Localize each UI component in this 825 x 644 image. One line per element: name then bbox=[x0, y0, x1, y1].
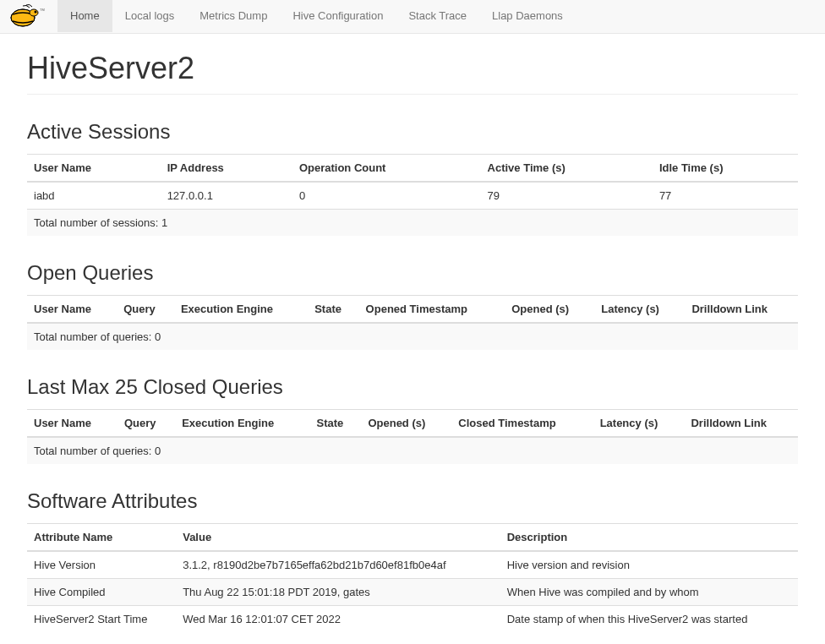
summary-text: Total number of queries: 0 bbox=[27, 437, 798, 464]
navbar: TM Home Local logs Metrics Dump Hive Con… bbox=[0, 0, 825, 34]
cell-attr-value: Thu Aug 22 15:01:18 PDT 2019, gates bbox=[176, 579, 500, 606]
th-opened-s: Opened (s) bbox=[361, 410, 451, 438]
th-attribute-name: Attribute Name bbox=[27, 524, 176, 552]
th-operation-count: Operation Count bbox=[292, 155, 481, 183]
section-software-attributes: Software Attributes Attribute Name Value… bbox=[27, 489, 798, 632]
th-latency-s: Latency (s) bbox=[594, 296, 685, 324]
th-idle-time: Idle Time (s) bbox=[653, 155, 798, 183]
cell-attr-name: Hive Compiled bbox=[27, 579, 176, 606]
th-execution-engine: Execution Engine bbox=[174, 296, 308, 324]
cell-attr-desc: Hive version and revision bbox=[500, 551, 798, 579]
section-title: Last Max 25 Closed Queries bbox=[27, 375, 798, 399]
nav-item-local-logs[interactable]: Local logs bbox=[112, 0, 188, 33]
summary-row: Total number of queries: 0 bbox=[27, 437, 798, 464]
section-active-sessions: Active Sessions User Name IP Address Ope… bbox=[27, 120, 798, 236]
th-query: Query bbox=[117, 410, 175, 438]
cell-active-time: 79 bbox=[481, 182, 653, 210]
th-state: State bbox=[310, 410, 362, 438]
cell-user: iabd bbox=[27, 182, 161, 210]
th-opened-s: Opened (s) bbox=[505, 296, 594, 324]
hive-logo-icon: TM bbox=[4, 3, 45, 31]
nav-item-llap-daemons[interactable]: Llap Daemons bbox=[479, 0, 576, 33]
cell-attr-desc: Date stamp of when this HiveServer2 was … bbox=[500, 606, 798, 633]
cell-attr-value: Wed Mar 16 12:01:07 CET 2022 bbox=[176, 606, 500, 633]
nav-item-home[interactable]: Home bbox=[57, 0, 112, 33]
cell-attr-value: 3.1.2, r8190d2be7b7165effa62bd21b7d60ef8… bbox=[176, 551, 500, 579]
nav-item-metrics-dump[interactable]: Metrics Dump bbox=[187, 0, 280, 33]
section-title: Software Attributes bbox=[27, 489, 798, 513]
table-header-row: User Name Query Execution Engine State O… bbox=[27, 296, 798, 324]
th-state: State bbox=[308, 296, 358, 324]
th-user-name: User Name bbox=[27, 155, 161, 183]
cell-ip: 127.0.0.1 bbox=[161, 182, 292, 210]
th-description: Description bbox=[500, 524, 798, 552]
svg-text:TM: TM bbox=[40, 8, 45, 12]
th-latency-s: Latency (s) bbox=[593, 410, 685, 438]
cell-op-count: 0 bbox=[292, 182, 481, 210]
nav-item-hive-configuration[interactable]: Hive Configuration bbox=[280, 0, 396, 33]
section-title: Active Sessions bbox=[27, 120, 798, 144]
table-header-row: Attribute Name Value Description bbox=[27, 524, 798, 552]
cell-attr-name: HiveServer2 Start Time bbox=[27, 606, 176, 633]
th-query: Query bbox=[117, 296, 174, 324]
svg-point-2 bbox=[30, 9, 38, 16]
summary-text: Total number of sessions: 1 bbox=[27, 210, 798, 237]
nav-links: Home Local logs Metrics Dump Hive Config… bbox=[57, 0, 576, 33]
table-header-row: User Name Query Execution Engine State O… bbox=[27, 410, 798, 438]
main-container: HiveServer2 Active Sessions User Name IP… bbox=[7, 34, 818, 644]
th-drilldown-link: Drilldown Link bbox=[685, 296, 798, 324]
page-title: HiveServer2 bbox=[27, 51, 798, 86]
th-closed-timestamp: Closed Timestamp bbox=[451, 410, 593, 438]
cell-idle-time: 77 bbox=[653, 182, 798, 210]
th-drilldown-link: Drilldown Link bbox=[684, 410, 798, 438]
section-title: Open Queries bbox=[27, 261, 798, 285]
th-active-time: Active Time (s) bbox=[481, 155, 653, 183]
table-row: Hive Compiled Thu Aug 22 15:01:18 PDT 20… bbox=[27, 579, 798, 606]
open-queries-table: User Name Query Execution Engine State O… bbox=[27, 295, 798, 350]
th-user-name: User Name bbox=[27, 296, 117, 324]
table-row: iabd 127.0.0.1 0 79 77 bbox=[27, 182, 798, 210]
svg-point-3 bbox=[35, 10, 37, 13]
nav-item-stack-trace[interactable]: Stack Trace bbox=[396, 0, 479, 33]
section-open-queries: Open Queries User Name Query Execution E… bbox=[27, 261, 798, 350]
hive-logo[interactable]: TM bbox=[0, 0, 57, 33]
page-header: HiveServer2 bbox=[27, 51, 798, 95]
table-row: Hive Version 3.1.2, r8190d2be7b7165effa6… bbox=[27, 551, 798, 579]
table-row: HiveServer2 Start Time Wed Mar 16 12:01:… bbox=[27, 606, 798, 633]
software-attributes-table: Attribute Name Value Description Hive Ve… bbox=[27, 523, 798, 632]
active-sessions-table: User Name IP Address Operation Count Act… bbox=[27, 154, 798, 236]
cell-attr-name: Hive Version bbox=[27, 551, 176, 579]
th-value: Value bbox=[176, 524, 500, 552]
cell-attr-desc: When Hive was compiled and by whom bbox=[500, 579, 798, 606]
th-user-name: User Name bbox=[27, 410, 117, 438]
section-closed-queries: Last Max 25 Closed Queries User Name Que… bbox=[27, 375, 798, 464]
th-ip-address: IP Address bbox=[161, 155, 292, 183]
th-opened-timestamp: Opened Timestamp bbox=[359, 296, 505, 324]
closed-queries-table: User Name Query Execution Engine State O… bbox=[27, 409, 798, 464]
summary-row: Total number of sessions: 1 bbox=[27, 210, 798, 237]
table-header-row: User Name IP Address Operation Count Act… bbox=[27, 155, 798, 183]
summary-text: Total number of queries: 0 bbox=[27, 323, 798, 350]
summary-row: Total number of queries: 0 bbox=[27, 323, 798, 350]
th-execution-engine: Execution Engine bbox=[175, 410, 309, 438]
